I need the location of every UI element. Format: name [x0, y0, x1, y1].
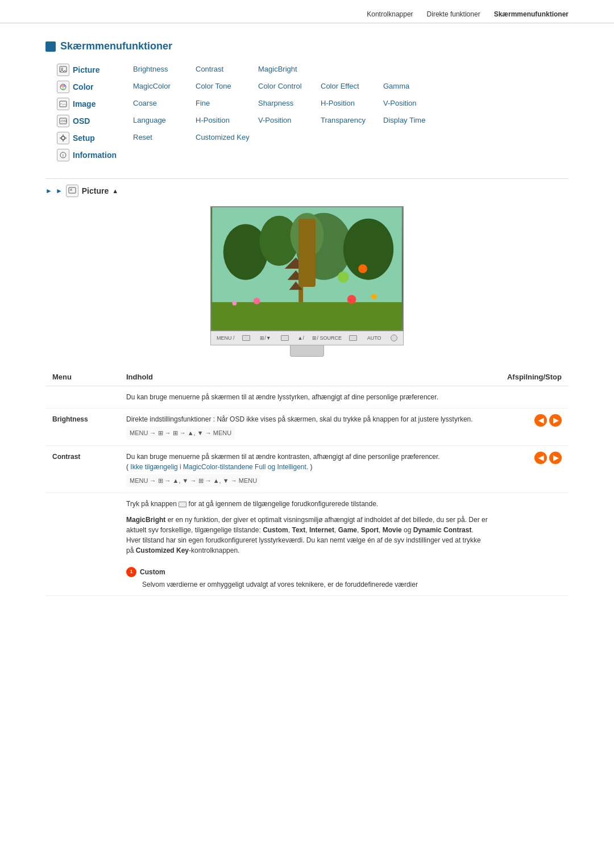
svg-rect-24 [298, 257, 303, 302]
menu-item-coloreffect[interactable]: Color Effect [318, 81, 381, 91]
magicbright-desc2: MagicBright er en ny funktion, der giver… [126, 515, 488, 556]
menu-item-colortone[interactable]: Color Tone [193, 81, 256, 91]
contrast-nav-btns: ◀ ▶ [501, 452, 562, 464]
svg-point-23 [291, 213, 324, 258]
category-color-label[interactable]: Color [73, 82, 94, 91]
svg-point-9 [61, 136, 65, 140]
monitor-auto: AUTO [367, 335, 381, 341]
svg-point-32 [232, 301, 237, 306]
section-divider [45, 178, 569, 179]
row-content-magicbright: Tryk på knappen for at gå igennem de til… [119, 493, 495, 596]
monitor-power-btn[interactable] [391, 335, 397, 341]
monitor-btn-menu[interactable] [242, 335, 250, 341]
nav-skaerm[interactable]: Skærmmenufunktioner [494, 10, 569, 18]
menu-item-osd-vposition[interactable]: V-Position [256, 115, 318, 126]
col-menu: Menu [45, 368, 119, 386]
category-setup-label[interactable]: Setup [73, 133, 95, 143]
menu-item-vposition[interactable]: V-Position [381, 98, 443, 108]
menu-item-customizedkey[interactable]: Customized Key [193, 132, 256, 143]
setup-icon [57, 132, 69, 144]
monitor-btn-3[interactable] [349, 335, 357, 341]
contrast-desc1: Du kan bruge menuerne på skærmen til at … [126, 452, 488, 462]
col-indhold: Indhold [119, 368, 495, 386]
info-label[interactable]: Information [73, 151, 117, 160]
monitor-stand [290, 345, 324, 357]
row-content-intro: Du kan bruge menuerne på skærmen til at … [119, 386, 495, 408]
menu-label: MENU / [217, 335, 235, 341]
nav-direkte[interactable]: Direkte funktioner [427, 10, 480, 18]
menu-row-image: Image Coarse Fine Sharpness H-Position V… [57, 98, 569, 110]
picture-icon [57, 64, 69, 76]
monitor-controls-bar: MENU / ⊞/▼ ▲/ ⊞/ SOURCE AUTO [210, 331, 404, 345]
magicbright-desc1: Tryk på knappen for at gå igennem de til… [126, 499, 488, 509]
row-menu-contrast: Contrast [45, 445, 119, 493]
nav-prev-icon[interactable]: ► [45, 187, 52, 195]
svg-point-22 [343, 219, 393, 280]
menu-item-colorcontrol[interactable]: Color Control [256, 81, 318, 91]
brightness-prev-btn[interactable]: ◀ [534, 414, 547, 427]
contrast-desc2: ( Ikke tilgængelig i MagicColor-tilstand… [126, 462, 488, 472]
color-items: MagicColor Color Tone Color Control Colo… [131, 81, 443, 91]
category-osd-label[interactable]: OSD [73, 116, 90, 126]
menu-item-brightness[interactable]: Brightness [131, 64, 193, 74]
section-title: Skærmmenufunktioner [60, 40, 172, 52]
svg-point-30 [347, 295, 356, 304]
menu-item-reset[interactable]: Reset [131, 132, 193, 143]
custom-desc: Selvom værdierne er omhyggeligt udvalgt … [142, 579, 488, 590]
monitor-sep: ⊞/▼ [260, 335, 271, 341]
svg-point-5 [62, 87, 64, 89]
image-icon [57, 98, 69, 110]
monitor-btn-2[interactable] [281, 335, 289, 341]
info-icon: i [57, 149, 69, 161]
custom-badge-label: Custom [140, 567, 165, 577]
table-row-contrast: Contrast Du kan bruge menuerne på skærme… [45, 445, 569, 493]
menu-item-coarse[interactable]: Coarse [131, 98, 193, 108]
menu-item-gamma[interactable]: Gamma [381, 81, 443, 91]
category-osd: OSD OSD [57, 115, 131, 127]
svg-point-33 [338, 272, 349, 283]
contrast-link[interactable]: Ikke tilgængelig i MagicColor-tilstanden… [130, 463, 308, 471]
image-items: Coarse Fine Sharpness H-Position V-Posit… [131, 98, 443, 108]
picture-section-title: Picture [82, 186, 109, 195]
osd-items: Language H-Position V-Position Transpare… [131, 115, 443, 126]
contrast-cmd: MENU → ⊞ → ▲, ▼ → ⊞ → ▲, ▼ → MENU [126, 474, 260, 487]
menu-item-sharpness[interactable]: Sharpness [256, 98, 318, 108]
menu-row-setup: Setup Reset Customized Key [57, 132, 569, 144]
row-menu-magicbright [45, 493, 119, 596]
menu-item-osd-hposition[interactable]: H-Position [193, 115, 256, 126]
nav-next-icon[interactable]: ► [56, 187, 63, 195]
row-content-contrast: Du kan bruge menuerne på skærmen til at … [119, 445, 495, 493]
menu-row-picture: Picture Brightness Contrast MagicBright [57, 64, 569, 76]
menu-item-magicbright[interactable]: MagicBright [256, 64, 318, 74]
main-content: Skærmmenufunktioner Picture Brightness C… [0, 23, 614, 613]
menu-item-displaytime[interactable]: Display Time [381, 115, 443, 126]
row-menu-brightness: Brightness [45, 408, 119, 446]
menu-item-hposition[interactable]: H-Position [318, 98, 381, 108]
monitor-area: MENU / ⊞/▼ ▲/ ⊞/ SOURCE AUTO [45, 206, 569, 357]
contrast-prev-btn[interactable]: ◀ [534, 452, 547, 464]
svg-rect-17 [70, 189, 72, 191]
menu-item-fine[interactable]: Fine [193, 98, 256, 108]
nav-kontrolknapper[interactable]: Kontrolknapper [367, 10, 413, 18]
monitor-source: ⊞/ SOURCE [312, 335, 342, 341]
menu-row-color: Color MagicColor Color Tone Color Contro… [57, 81, 569, 93]
monitor-arrow-up: ▲/ [298, 335, 304, 341]
menu-item-transparency[interactable]: Transparency [318, 115, 381, 126]
svg-point-31 [371, 294, 377, 299]
picture-expand-icon[interactable]: ▲ [112, 187, 118, 194]
svg-text:OSD: OSD [61, 119, 67, 123]
menu-item-contrast[interactable]: Contrast [193, 64, 256, 74]
menu-item-magiccolor[interactable]: MagicColor [131, 81, 193, 91]
setup-items: Reset Customized Key [131, 132, 256, 143]
table-row-intro: Du kan bruge menuerne på skærmen til at … [45, 386, 569, 408]
menu-item-language[interactable]: Language [131, 115, 193, 126]
picture-section-icon [66, 185, 78, 197]
svg-point-29 [254, 298, 260, 304]
contrast-next-btn[interactable]: ▶ [549, 452, 562, 464]
svg-point-34 [358, 264, 367, 273]
category-image-label[interactable]: Image [73, 99, 96, 108]
category-picture-label[interactable]: Picture [73, 65, 99, 74]
osd-icon: OSD [57, 115, 69, 127]
row-content-brightness: Direkte indstillingsfunktioner : Når OSD… [119, 408, 495, 446]
brightness-next-btn[interactable]: ▶ [549, 414, 562, 427]
